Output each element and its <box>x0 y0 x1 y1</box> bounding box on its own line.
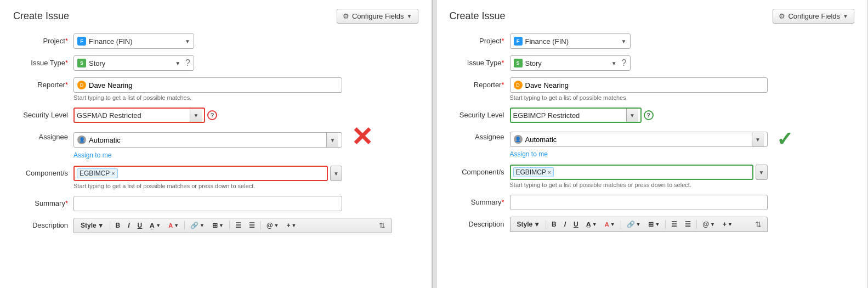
issue-type-help-icon[interactable]: ? <box>185 58 190 68</box>
right-reporter-avatar: D <box>514 81 523 89</box>
left-security-dropdown-btn[interactable]: ▼ <box>190 109 202 122</box>
style-chevron-icon: ▼ <box>98 222 104 229</box>
right-issue-type-dropdown-arrow[interactable]: ▼ <box>611 60 617 66</box>
left-description-row: Description Style ▼ B I U A̲▼ A▼ 🔗▼ ⊞▼ ☰… <box>13 218 418 233</box>
left-bold-btn[interactable]: B <box>112 220 124 231</box>
left-issue-type-select[interactable]: S Story ▼ ? <box>73 55 194 71</box>
left-issue-type-row: Issue Type* S Story ▼ ? <box>13 55 418 71</box>
right-at-btn[interactable]: @▼ <box>699 219 718 230</box>
left-configure-button[interactable]: ⚙ Configure Fields ▼ <box>337 9 418 24</box>
right-strikethrough-btn[interactable]: A̲▼ <box>583 219 600 230</box>
toolbar-sep-3 <box>229 221 230 230</box>
left-assign-to-me-link[interactable]: Assign to me <box>73 151 418 159</box>
left-reporter-row: Reporter* D Dave Nearing Start typing to… <box>13 77 418 101</box>
right-insert-btn[interactable]: ⊞▼ <box>645 219 663 230</box>
left-issue-type-control: S Story ▼ ? <box>73 55 418 71</box>
left-security-help-icon[interactable]: ? <box>207 110 217 120</box>
right-issue-type-help-icon[interactable]: ? <box>622 58 627 68</box>
right-panel-title: Create Issue <box>450 10 506 22</box>
project-dropdown-arrow[interactable]: ▼ <box>185 38 190 44</box>
right-list-btn[interactable]: ☰ <box>668 219 680 230</box>
right-component-tag-label: EGBIMCP <box>516 168 546 176</box>
left-issue-type-label: Issue Type* <box>13 55 73 67</box>
left-ordered-list-btn[interactable]: ☰ <box>246 220 258 231</box>
right-assignee-dropdown-btn[interactable]: ▼ <box>752 132 764 146</box>
right-assign-to-me-link[interactable]: Assign to me <box>510 150 855 158</box>
right-description-label: Description <box>450 217 510 228</box>
right-toolbar-sep-3 <box>665 220 666 229</box>
right-project-label: Project* <box>450 33 510 45</box>
left-toolbar-expand[interactable]: ⇅ <box>377 220 388 231</box>
right-issue-type-select[interactable]: S Story ▼ ? <box>510 55 631 71</box>
left-component-box[interactable]: EGBIMCP × <box>73 166 328 181</box>
left-project-select[interactable]: F Finance (FIN) ▼ <box>73 33 194 49</box>
right-project-select[interactable]: F Finance (FIN) ▼ <box>510 33 631 49</box>
left-insert-btn[interactable]: ⊞▼ <box>209 220 227 231</box>
right-security-select[interactable]: ▼ <box>510 108 642 123</box>
left-at-btn[interactable]: @▼ <box>263 220 282 231</box>
left-security-input[interactable] <box>77 111 190 120</box>
right-reporter-input[interactable]: D Dave Nearing <box>510 77 768 93</box>
right-bold-btn[interactable]: B <box>548 219 560 230</box>
left-components-label: Component/s <box>13 166 73 177</box>
right-security-dropdown-btn[interactable]: ▼ <box>626 109 638 122</box>
right-issue-type-row: Issue Type* S Story ▼ ? <box>450 55 855 71</box>
right-link-btn[interactable]: 🔗▼ <box>623 219 644 230</box>
right-security-row: Security Level ▼ ? <box>450 108 855 123</box>
left-security-row: Security Level ▼ ? <box>13 108 418 123</box>
right-style-btn[interactable]: Style ▼ <box>514 219 544 230</box>
right-toolbar-sep-1 <box>546 220 546 229</box>
right-assignee-row: Assignee 👤 Automatic ▼ ✓ Assign to me <box>450 129 855 158</box>
toolbar-sep-1 <box>110 221 110 230</box>
right-story-icon: S <box>514 59 523 67</box>
left-strikethrough-btn[interactable]: A̲▼ <box>146 221 164 231</box>
panel-divider <box>432 0 436 288</box>
left-list-btn[interactable]: ☰ <box>232 220 245 231</box>
right-underline-btn[interactable]: U <box>570 219 582 230</box>
right-style-chevron-icon: ▼ <box>534 221 540 228</box>
left-description-toolbar: Style ▼ B I U A̲▼ A▼ 🔗▼ ⊞▼ ☰ ☰ @▼ +▼ ⇅ <box>73 218 392 233</box>
right-configure-button[interactable]: ⚙ Configure Fields ▼ <box>773 9 854 24</box>
left-italic-btn[interactable]: I <box>124 220 133 231</box>
left-summary-input[interactable] <box>73 196 342 211</box>
left-component-tag-remove[interactable]: × <box>111 170 115 177</box>
left-link-btn[interactable]: 🔗▼ <box>187 220 208 231</box>
right-component-tag-remove[interactable]: × <box>548 169 551 176</box>
left-security-select[interactable]: ▼ <box>73 108 205 123</box>
left-security-label: Security Level <box>13 108 73 119</box>
right-project-dropdown-arrow[interactable]: ▼ <box>621 38 627 44</box>
left-plus-btn[interactable]: +▼ <box>283 220 300 231</box>
issue-type-dropdown-arrow[interactable]: ▼ <box>175 60 180 66</box>
left-color-btn[interactable]: A▼ <box>165 221 182 230</box>
left-reporter-hint: Start typing to get a list of possible m… <box>73 94 418 101</box>
left-project-control: F Finance (FIN) ▼ <box>73 33 418 49</box>
reporter-avatar: D <box>77 81 86 89</box>
right-security-input[interactable] <box>513 111 626 120</box>
right-ordered-list-btn[interactable]: ☰ <box>682 219 694 230</box>
right-italic-btn[interactable]: I <box>561 219 569 230</box>
right-chevron-down-icon: ▼ <box>843 13 848 19</box>
left-assignee-name: Automatic <box>89 136 121 144</box>
right-assignee-select[interactable]: 👤 Automatic ▼ <box>510 132 768 147</box>
left-assignee-select[interactable]: 👤 Automatic ▼ <box>73 132 342 148</box>
right-summary-control <box>510 195 855 210</box>
left-style-btn[interactable]: Style ▼ <box>77 220 107 231</box>
left-reporter-input[interactable]: D Dave Nearing <box>73 77 342 93</box>
right-assignee-name: Automatic <box>525 135 557 144</box>
left-component-dropdown-btn[interactable]: ▼ <box>330 166 342 181</box>
right-component-dropdown-btn[interactable]: ▼ <box>756 165 768 180</box>
right-plus-btn[interactable]: +▼ <box>719 219 736 230</box>
right-summary-input[interactable] <box>510 195 768 210</box>
left-underline-btn[interactable]: U <box>134 220 146 231</box>
right-configure-label: Configure Fields <box>788 12 840 20</box>
story-icon: S <box>77 59 86 67</box>
project-icon: F <box>77 37 86 46</box>
right-components-label: Component/s <box>450 165 510 176</box>
right-toolbar-expand[interactable]: ⇅ <box>753 219 764 230</box>
chevron-s: ▼ <box>156 223 161 228</box>
right-color-btn[interactable]: A▼ <box>602 219 619 229</box>
right-security-help-icon[interactable]: ? <box>644 110 654 120</box>
left-issue-type-name: Story <box>89 59 172 67</box>
left-assignee-dropdown-btn[interactable]: ▼ <box>326 133 338 147</box>
right-component-box[interactable]: EGBIMCP × <box>510 165 753 180</box>
